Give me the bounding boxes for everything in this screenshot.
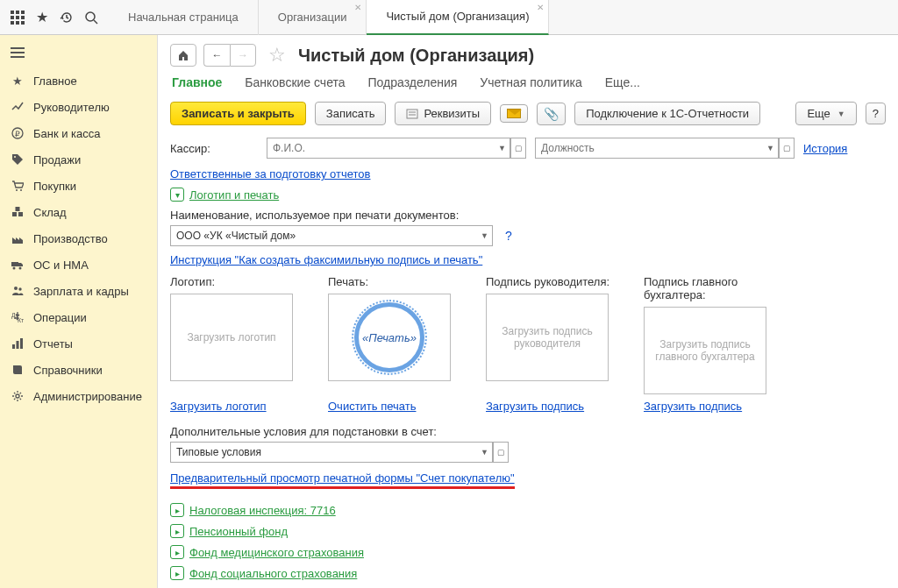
extra-conditions-input[interactable] xyxy=(170,442,477,463)
clear-stamp-link[interactable]: Очистить печать xyxy=(328,400,460,413)
subtab-more[interactable]: Еще... xyxy=(605,75,640,89)
transfer-icon: ДтКт xyxy=(11,310,25,324)
svg-rect-7 xyxy=(16,21,19,25)
dropdown-icon[interactable]: ▼ xyxy=(477,225,493,246)
subtab-divisions[interactable]: Подразделения xyxy=(368,75,458,89)
sidebar-item-operations[interactable]: ДтКтОперации xyxy=(0,304,157,330)
sidebar-item-sales[interactable]: Продажи xyxy=(0,146,157,173)
svg-rect-26 xyxy=(12,344,15,349)
sidebar-item-manager[interactable]: Руководителю xyxy=(0,94,157,120)
envelope-icon xyxy=(507,109,521,118)
expand-icon[interactable]: ▸ xyxy=(170,503,184,517)
svg-rect-17 xyxy=(18,212,23,216)
expand-icon[interactable]: ▸ xyxy=(170,545,184,559)
subtab-accounting-policy[interactable]: Учетная политика xyxy=(480,75,581,89)
sidebar-item-payroll[interactable]: Зарплата и кадры xyxy=(0,278,157,304)
svg-point-20 xyxy=(13,267,16,270)
apps-icon[interactable] xyxy=(5,5,30,30)
cart-icon xyxy=(11,179,25,193)
svg-rect-1 xyxy=(16,11,19,14)
attach-button[interactable]: 📎 xyxy=(537,103,566,125)
stamp-image[interactable]: «Печать» xyxy=(328,294,451,381)
chart-icon xyxy=(11,100,25,114)
expand-icon[interactable]: ▸ xyxy=(170,524,184,538)
favorite-icon[interactable]: ☆ xyxy=(268,44,286,67)
pension-fund-toggle[interactable]: Пенсионный фонд xyxy=(189,525,288,538)
subtabs: Главное Банковские счета Подразделения У… xyxy=(170,75,886,89)
upload-logo-link[interactable]: Загрузить логотип xyxy=(170,400,302,413)
dropdown-icon[interactable]: ▼ xyxy=(477,442,493,463)
home-button[interactable] xyxy=(170,44,196,67)
tab-organizations[interactable]: Организации✕ xyxy=(259,0,367,35)
menu-toggle[interactable] xyxy=(0,40,157,67)
open-icon[interactable]: ▢ xyxy=(779,138,795,159)
save-close-button[interactable]: Записать и закрыть xyxy=(170,102,306,125)
history-link[interactable]: История xyxy=(803,142,847,155)
upload-sign2-link[interactable]: Загрузить подпись xyxy=(644,400,775,413)
sidebar-item-bank[interactable]: ₽Банк и касса xyxy=(0,120,157,146)
forward-button[interactable]: → xyxy=(230,44,256,67)
medical-fund-toggle[interactable]: Фонд медицинского страхования xyxy=(189,546,364,559)
tax-inspection-toggle[interactable]: Налоговая инспекция: 7716 xyxy=(189,504,336,517)
subtab-bank-accounts[interactable]: Банковские счета xyxy=(245,75,345,89)
subtab-main[interactable]: Главное xyxy=(172,75,222,89)
factory-icon xyxy=(11,231,25,245)
sidebar-item-production[interactable]: Производство xyxy=(0,225,157,251)
requisites-button[interactable]: Реквизиты xyxy=(395,102,491,125)
sidebar-item-admin[interactable]: Администрирование xyxy=(0,383,157,409)
close-icon[interactable]: ✕ xyxy=(537,3,544,12)
gear-icon xyxy=(11,389,25,403)
help-button[interactable]: ? xyxy=(866,103,886,124)
svg-point-9 xyxy=(86,12,95,21)
close-icon[interactable]: ✕ xyxy=(354,3,361,12)
sign1-placeholder[interactable]: Загрузить подпись руководителя xyxy=(486,294,609,381)
back-button[interactable]: ← xyxy=(203,44,230,67)
position-input[interactable] xyxy=(535,138,763,159)
logo-placeholder[interactable]: Загрузить логотип xyxy=(170,294,293,381)
sidebar-item-catalogs[interactable]: Справочники xyxy=(0,357,157,383)
sidebar-item-purchases[interactable]: Покупки xyxy=(0,173,157,199)
tab-organization-detail[interactable]: Чистый дом (Организация)✕ xyxy=(367,0,549,35)
search-icon[interactable] xyxy=(79,5,103,30)
help-icon[interactable]: ? xyxy=(505,229,512,243)
svg-rect-5 xyxy=(21,16,25,19)
fax-instruction-link[interactable]: Инструкция "Как создать факсимильную под… xyxy=(170,253,482,266)
boxes-icon xyxy=(11,205,25,219)
save-button[interactable]: Записать xyxy=(315,102,387,125)
preview-invoice-link[interactable]: Предварительный просмотр печатной формы … xyxy=(170,471,515,485)
connect-1c-button[interactable]: Подключение к 1С-Отчетности xyxy=(574,102,760,125)
history-icon[interactable] xyxy=(54,5,79,30)
more-button[interactable]: Еще▼ xyxy=(795,102,856,125)
svg-point-22 xyxy=(14,287,18,290)
cashier-input[interactable] xyxy=(267,138,495,159)
svg-line-10 xyxy=(94,20,97,24)
collapse-icon[interactable]: ▾ xyxy=(170,188,184,202)
upload-sign1-link[interactable]: Загрузить подпись xyxy=(486,400,617,413)
sidebar-item-warehouse[interactable]: Склад xyxy=(0,199,157,225)
social-fund-toggle[interactable]: Фонд социального страхования xyxy=(189,567,357,580)
sign2-placeholder[interactable]: Загрузить подпись главного бухгалтера xyxy=(644,307,766,394)
dropdown-icon[interactable]: ▼ xyxy=(763,138,779,159)
truck-icon xyxy=(11,258,25,272)
star-icon[interactable]: ★ xyxy=(30,5,54,30)
dropdown-icon[interactable]: ▼ xyxy=(495,138,510,159)
expand-icon[interactable]: ▸ xyxy=(170,566,184,580)
responsible-reports-link[interactable]: Ответственные за подготовку отчетов xyxy=(170,167,371,181)
svg-rect-18 xyxy=(16,207,20,211)
mail-button[interactable] xyxy=(500,104,528,123)
tab-home[interactable]: Начальная страница xyxy=(109,0,259,35)
logo-section-toggle[interactable]: Логотип и печать xyxy=(189,188,279,202)
svg-point-21 xyxy=(19,267,22,270)
svg-point-14 xyxy=(16,189,18,191)
open-icon[interactable]: ▢ xyxy=(493,442,509,463)
print-name-input[interactable] xyxy=(170,225,477,246)
sidebar-item-main[interactable]: ★Главное xyxy=(0,67,157,94)
sidebar-item-assets[interactable]: ОС и НМА xyxy=(0,251,157,278)
svg-rect-3 xyxy=(11,16,14,19)
book-icon xyxy=(11,363,25,377)
svg-rect-19 xyxy=(11,262,18,266)
open-icon[interactable]: ▢ xyxy=(510,138,526,159)
svg-rect-28 xyxy=(20,338,23,349)
sidebar-item-reports[interactable]: Отчеты xyxy=(0,330,157,357)
sign2-header: Подпись главного бухгалтера: xyxy=(644,275,775,301)
